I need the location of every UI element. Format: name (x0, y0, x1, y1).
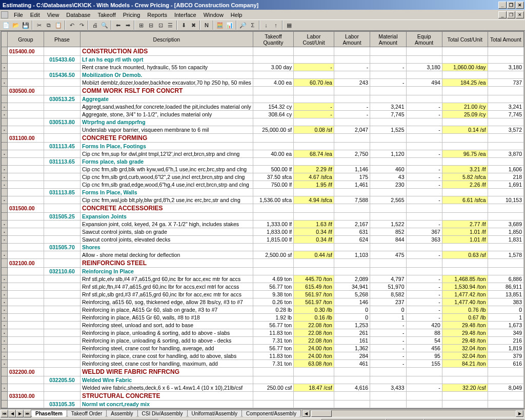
collapse-icon[interactable]: ⊟ (146, 21, 155, 30)
scroll-right-icon[interactable]: ▶ (516, 410, 523, 417)
table-row[interactable]: •Underslab vapor barrier, visqueen membr… (2, 126, 524, 134)
column-header[interactable]: Total Amount (488, 32, 523, 47)
table-row[interactable]: •Rnf stl,plc,slb grd,#3 #7,a615,grd 60,i… (2, 291, 524, 298)
table-row[interactable]: 031505.25Expansion Joints (2, 213, 524, 221)
table-row[interactable]: 031113.85Forms In Place, Walls (2, 189, 524, 196)
table-row[interactable]: 030513.80Wtrprfng and dampprfng (2, 118, 524, 126)
table-row[interactable]: •Cip cnc frm,sup for dwl,plnt tmpl,12'l2… (2, 150, 524, 158)
table-row[interactable]: 033105.35Norml wt concrt,ready mix (2, 401, 524, 408)
sheet-tab[interactable]: Assembly (106, 410, 137, 417)
preview-icon[interactable]: 🔍 (100, 21, 109, 30)
table-row[interactable]: •Rnf stl,plc,elv slb,#4 #7,a615,grd 60,i… (2, 275, 524, 283)
column-header[interactable]: Phase (44, 32, 80, 47)
table-row[interactable]: •Reinforcing, a615 60, sog, thickened ed… (2, 298, 524, 306)
minimize-button[interactable]: _ (498, 2, 507, 9)
table-row[interactable]: 015433.60Lf an hs eqp rtl wth oprt (2, 56, 524, 64)
table-row[interactable]: •Allow - shore metal decking for deflect… (2, 251, 524, 259)
table-row[interactable]: •Sawcut control joints, elevated decks1,… (2, 236, 524, 244)
column-header[interactable]: Labor Cost/Unit (294, 32, 334, 47)
table-row[interactable]: 033100.00STRUCTURAL CONCRETE (2, 392, 524, 401)
table-row[interactable]: 031113.45Forms In Place, Footings (2, 143, 524, 150)
expand-icon[interactable]: ⊞ (136, 21, 146, 30)
table-row[interactable]: 031505.70Shores (2, 244, 524, 251)
sum-icon[interactable]: Σ (248, 21, 257, 30)
redo-icon[interactable]: ↷ (77, 21, 86, 30)
table-row[interactable]: 032200.00WELDD WIRE FABRIC RNFRCNG (2, 368, 524, 376)
table-row[interactable]: •Scrnwt,3000 psi,inc lcl agg,snd,prt cmn… (2, 408, 524, 409)
table-row[interactable]: 030500.00COMM WORK RSLT FOR CONCRT (2, 87, 524, 95)
table-row[interactable]: •Reinforcing in place, unloading & sorti… (2, 337, 524, 345)
table-row[interactable]: •Reinforcing in place, unloading & sorti… (2, 329, 524, 337)
spreadsheet-grid[interactable]: GroupPhaseDescriptionTakeoff QuantityLab… (1, 31, 524, 409)
copy-icon[interactable]: ⧉ (44, 21, 53, 30)
scroll-thumb[interactable] (311, 410, 332, 417)
open-icon[interactable]: 📂 (11, 21, 21, 30)
table-row[interactable]: •Rnf stl,plc,ftn,#4 #7,a615,grd 60,inc l… (2, 283, 524, 291)
table-row[interactable]: •Cip cnc frm,slb grd,curb,wood,6"l2",2 u… (2, 173, 524, 181)
menu-edit[interactable]: Edit (27, 11, 44, 19)
table-row[interactable]: •Aggregt,sand,washed,for concrete,loaded… (2, 103, 524, 111)
table-row[interactable]: 015436.50Mobilization Or Demob. (2, 71, 524, 79)
table-row[interactable]: •Rent crane truck mounted, hydraulic, 55… (2, 64, 524, 71)
table-row[interactable]: •Reinforcing in place, A615 Gr 60, walls… (2, 314, 524, 322)
tree-icon[interactable]: ⊡ (156, 21, 165, 30)
column-header[interactable]: Equip Amount (406, 32, 442, 47)
scroll-left-icon[interactable]: ◀ (302, 410, 310, 417)
table-row[interactable]: 015400.00CONSTRUCTION AIDS (2, 47, 524, 56)
grid-icon[interactable]: ▦ (285, 21, 294, 30)
table-row[interactable]: 032100.00REINFORCING STEEL (2, 259, 524, 268)
table-row[interactable]: •Cip cnc frm,slb grad,edge,wood,6"hg,4 u… (2, 181, 524, 189)
column-header[interactable]: Takeoff Quantity (253, 32, 293, 47)
indent-left-icon[interactable]: ⬅ (113, 21, 123, 30)
menu-file[interactable]: File (10, 11, 27, 19)
list-icon[interactable]: ☰ (166, 21, 175, 30)
table-row[interactable]: •Reinforcing steel, crane cost for handl… (2, 345, 524, 352)
column-header[interactable]: Group (7, 32, 44, 47)
tab-nav-first-icon[interactable]: ⏮ (1, 410, 8, 417)
table-row[interactable]: •Welded wire fabric,sheets,deck,6 x 6 - … (2, 384, 524, 392)
sheet-tab[interactable]: Phase/Item (31, 410, 67, 417)
close-button[interactable]: ✕ (516, 2, 524, 9)
menu-help[interactable]: Help (227, 11, 246, 19)
table-row[interactable]: •Reinforcing steel, crane cost for handl… (2, 360, 524, 368)
table-row[interactable]: •Expansion joint, cold, keyed, 24 ga. X … (2, 221, 524, 228)
table-row[interactable]: 031500.00CONCRETE ACCESSORIES (2, 204, 524, 213)
column-header[interactable]: Labor Amount (334, 32, 370, 47)
sheet-tab[interactable]: Takeoff Order (67, 410, 107, 417)
table-row[interactable]: 032205.50Welded Wire Fabric (2, 376, 524, 384)
sort-asc-icon[interactable]: ↓ (261, 21, 271, 30)
save-icon[interactable]: 💾 (21, 21, 30, 30)
table-row[interactable]: 031113.65Forms place, slab grade (2, 158, 524, 166)
chart-icon[interactable]: 📊 (225, 21, 234, 30)
maximize-button[interactable]: ❐ (507, 2, 515, 9)
column-header[interactable]: Description (80, 32, 253, 47)
table-row[interactable]: •Cip cnc frm,wal,job blt,ply,blw grd,8'h… (2, 196, 524, 204)
sheet-tab[interactable]: Component/Assembly (241, 410, 301, 417)
column-header[interactable]: Material Amount (370, 32, 406, 47)
print-icon[interactable]: 🖨 (90, 21, 99, 30)
insert-row-icon[interactable]: ⬇ (179, 21, 188, 30)
menu-database[interactable]: Database (63, 11, 94, 19)
table-row[interactable]: •Cip cnc frm,slb grd,blk wth kyw,wd,6"h,… (2, 166, 524, 173)
tab-nav-last-icon[interactable]: ⏭ (24, 410, 31, 417)
menu-takeoff[interactable]: Takeoff (94, 11, 119, 19)
table-row[interactable]: 032110.60Reinforcing In Place (2, 268, 524, 275)
tab-nav-prev-icon[interactable]: ◀ (8, 410, 16, 417)
menu-window[interactable]: Window (200, 11, 227, 19)
menu-view[interactable]: View (44, 11, 63, 19)
new-icon[interactable]: 📄 (2, 21, 11, 30)
sheet-tab[interactable]: CSI Div/Assembly (137, 410, 188, 417)
table-row[interactable]: •Reinforcing in place, A615 Gr 60, slab … (2, 306, 524, 314)
table-row[interactable]: •Sawcut control joints, slab on grade1,8… (2, 228, 524, 236)
table-row[interactable]: 031100.00CONCRETE FORMING (2, 134, 524, 143)
bold-icon[interactable]: N (202, 21, 211, 30)
sort-desc-icon[interactable]: ↑ (271, 21, 280, 30)
mdi-close-button[interactable]: ✕ (516, 11, 524, 18)
table-row[interactable]: •Mobiizt demblz,dozer,loader,backhoe exc… (2, 79, 524, 87)
table-row[interactable]: •Aggregate, stone, 3/4" to 1-1/2", inclu… (2, 111, 524, 118)
menu-reports[interactable]: Reports (144, 11, 171, 19)
mdi-restore-button[interactable]: ❐ (507, 11, 515, 18)
column-header[interactable]: Total Cost/Unit (442, 32, 488, 47)
undo-icon[interactable]: ↶ (67, 21, 76, 30)
cut-icon[interactable]: ✂ (34, 21, 44, 30)
